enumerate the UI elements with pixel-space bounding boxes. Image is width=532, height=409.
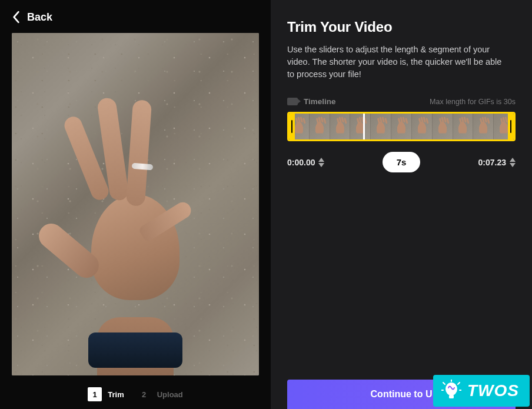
playhead[interactable] [363,112,365,141]
timeline-frame [350,114,371,139]
video-preview [0,33,271,385]
right-panel: Trim Your Video Use the sliders to adjus… [271,0,532,409]
start-time-value: 0:00.00 [287,158,315,167]
step-number-2: 2 [137,387,151,401]
video-preview-frame[interactable] [12,33,259,375]
svg-marker-0 [318,158,324,162]
chevron-up-icon[interactable] [510,158,516,162]
step-label-upload: Upload [157,390,183,399]
timeline-label: Timeline [304,97,336,106]
duration-pill: 7s [383,152,421,172]
step-upload[interactable]: 2 Upload [137,387,183,401]
step-trim[interactable]: 1 Trim [88,387,124,401]
watermark-text: TWOS [467,381,519,400]
end-time-value: 0:07.23 [478,158,506,167]
left-panel: Back 1 Trim [0,0,271,409]
timeline-frame [330,114,351,139]
svg-rect-5 [449,395,454,398]
trim-handle-start[interactable] [289,114,295,139]
timeline-frame [433,114,453,139]
trim-handle-end[interactable] [508,114,514,139]
svg-marker-1 [318,163,324,167]
continue-label: Continue to U [371,389,433,400]
timeline-frame [473,114,494,139]
timeline-frame [371,114,391,139]
video-camera-icon [287,98,298,105]
timeline-frame [391,114,412,139]
svg-marker-2 [510,158,516,162]
max-length-note: Max length for GIFs is 30s [430,98,516,106]
timeline-header: Timeline Max length for GIFs is 30s [287,97,516,106]
start-time-control: 0:00.00 [287,158,324,167]
chevron-up-icon[interactable] [318,158,324,162]
lightbulb-icon [441,380,461,402]
watermark-badge: TWOS [433,375,530,407]
back-button[interactable]: Back [0,0,271,33]
timeline-track[interactable] [287,112,516,141]
svg-marker-3 [510,163,516,167]
end-time-stepper [510,158,516,167]
end-time-control: 0:07.23 [478,158,516,167]
back-label: Back [27,11,52,24]
chevron-left-icon [12,11,20,24]
start-time-stepper [318,158,324,167]
time-controls: 0:00.00 7s 0:07.23 [287,152,516,172]
timeline-frame [310,114,330,139]
step-number-1: 1 [88,387,102,401]
chevron-down-icon[interactable] [510,163,516,167]
svg-point-4 [445,383,457,395]
page-title: Trim Your Video [287,19,516,35]
description-text: Use the sliders to adjust the length & s… [287,44,511,81]
step-bar: 1 Trim 2 Upload [0,385,271,409]
timeline-frame [453,114,474,139]
chevron-down-icon[interactable] [318,163,324,167]
timeline-frame [412,114,433,139]
step-label-trim: Trim [108,390,124,399]
